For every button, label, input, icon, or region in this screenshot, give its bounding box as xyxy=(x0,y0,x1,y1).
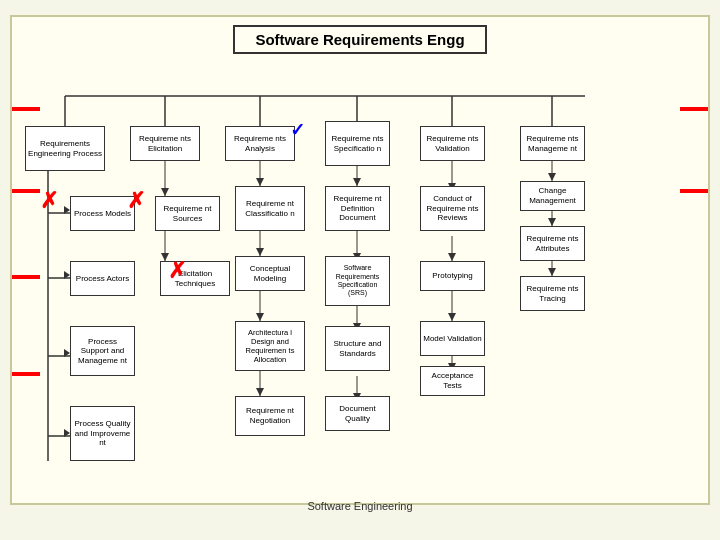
svg-marker-26 xyxy=(256,313,264,321)
footer-text: Software Engineering xyxy=(20,500,700,512)
conceptual-modeling-box: Conceptual Modeling xyxy=(235,256,305,291)
red-x-2: ✗ xyxy=(127,188,145,214)
svg-marker-48 xyxy=(548,218,556,226)
svg-marker-24 xyxy=(256,248,264,256)
req-eng-process-box: Requirements Engineering Process xyxy=(25,126,105,171)
prototyping-box: Prototyping xyxy=(420,261,485,291)
req-sources-box: Requireme nt Sources xyxy=(155,196,220,231)
svg-marker-22 xyxy=(256,178,264,186)
change-mgmt-box: Change Management xyxy=(520,181,585,211)
srs-box: Software Requirements Specification (SRS… xyxy=(325,256,390,306)
req-attributes-box: Requireme nts Attributes xyxy=(520,226,585,261)
model-validation-box: Model Validation xyxy=(420,321,485,356)
main-container: Software Requirements Engg xyxy=(10,15,710,505)
diagram-area: ✗ ✗ ✗ ✓ Requirements Engineering Process… xyxy=(20,66,700,496)
arch-design-box: Architectura l Design and Requiremen ts … xyxy=(235,321,305,371)
red-x-3: ✗ xyxy=(168,258,186,284)
process-models-box: Process Models xyxy=(70,196,135,231)
document-quality-box: Document Quality xyxy=(325,396,390,431)
svg-marker-46 xyxy=(548,173,556,181)
req-specification-box: Requireme nts Specificatio n xyxy=(325,121,390,166)
red-x-1: ✗ xyxy=(40,188,58,214)
svg-marker-40 xyxy=(448,253,456,261)
svg-marker-42 xyxy=(448,313,456,321)
svg-marker-50 xyxy=(548,268,556,276)
conduct-reviews-box: Conduct of Requireme nts Reviews xyxy=(420,186,485,231)
req-definition-doc-box: Requireme nt Definition Document xyxy=(325,186,390,231)
svg-marker-28 xyxy=(256,388,264,396)
svg-marker-30 xyxy=(353,178,361,186)
process-actors-box: Process Actors xyxy=(70,261,135,296)
req-classification-box: Requireme nt Classificatio n xyxy=(235,186,305,231)
req-tracing-box: Requireme nts Tracing xyxy=(520,276,585,311)
main-title: Software Requirements Engg xyxy=(233,25,486,54)
acceptance-tests-box: Acceptance Tests xyxy=(420,366,485,396)
blue-check-1: ✓ xyxy=(290,119,305,141)
req-negotiation-box: Requireme nt Negotiation xyxy=(235,396,305,436)
req-validation-box: Requireme nts Validation xyxy=(420,126,485,161)
req-analysis-box: Requireme nts Analysis xyxy=(225,126,295,161)
svg-marker-18 xyxy=(161,188,169,196)
structure-standards-box: Structure and Standards xyxy=(325,326,390,371)
req-management-box: Requireme nts Manageme nt xyxy=(520,126,585,161)
process-support-box: Process Support and Manageme nt xyxy=(70,326,135,376)
req-elicitation-box: Requireme nts Elicitation xyxy=(130,126,200,161)
process-quality-box: Process Quality and Improveme nt xyxy=(70,406,135,461)
